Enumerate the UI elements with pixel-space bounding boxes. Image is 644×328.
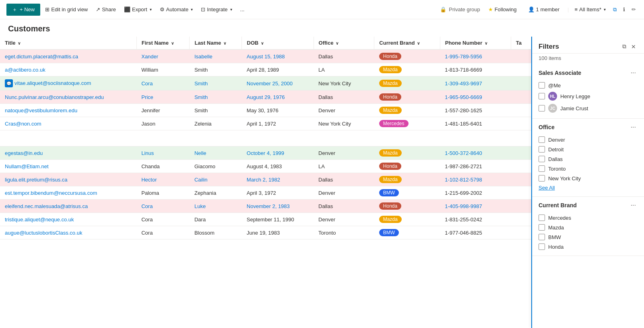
filter-checkbox[interactable] [539, 146, 545, 153]
dob-link[interactable]: November 2, 1983 [247, 203, 290, 209]
table-container[interactable]: Title ∨ First Name ∨ Last Name ∨ DOB ∨ O [0, 37, 531, 328]
table-row[interactable]: ligula.elit.pretium@risus.caHectorCailin… [0, 173, 531, 186]
table-row[interactable]: eleifend.nec.malesuada@atrisus.caCoraLuk… [0, 200, 531, 213]
firstname-link[interactable]: Cora [141, 203, 153, 209]
table-row[interactable]: a@aclibero.co.ukWilliamSmithApril 28, 19… [0, 63, 531, 76]
title-link[interactable]: Nunc.pulvinar.arcu@conubianostraper.edu [5, 94, 104, 100]
filter-checkbox[interactable] [539, 136, 545, 143]
filter-item[interactable]: Dallas [539, 154, 638, 164]
filter-item[interactable]: @Me [539, 80, 638, 90]
more-options-button[interactable]: ... [237, 5, 248, 14]
title-link[interactable]: vitae.aliquet@sociisnatoque.com [14, 80, 91, 86]
title-link[interactable]: natoque@vestibulumlorem.edu [5, 107, 77, 113]
filter-checkbox[interactable] [539, 105, 545, 111]
filter-checkbox[interactable] [539, 215, 545, 221]
edit-grid-button[interactable]: ⊞ Edit in grid view [42, 5, 91, 14]
firstname-link[interactable]: Cora [141, 80, 153, 87]
lastname-link[interactable]: Nelle [194, 150, 206, 156]
filter-panel-filter-icon[interactable]: ⧉ [621, 41, 628, 52]
dob-link[interactable]: March 2, 1982 [247, 177, 280, 183]
firstname-link[interactable]: Xander [141, 54, 158, 60]
filter-item[interactable]: Mercedes [539, 213, 638, 223]
dob-link[interactable]: August 15, 1988 [247, 54, 285, 60]
lastname-link[interactable]: Isabelle [194, 54, 213, 60]
lastname-link[interactable]: Smith [194, 80, 208, 87]
filter-checkbox[interactable] [539, 234, 545, 240]
col-header-brand[interactable]: Current Brand ∨ [374, 37, 440, 50]
filter-item[interactable]: Detroit [539, 144, 638, 154]
filter-checkbox[interactable] [539, 93, 545, 99]
filter-checkbox[interactable] [539, 224, 545, 231]
table-row[interactable]: eget.dictum.placerat@mattis.caXanderIsab… [0, 50, 531, 63]
table-row[interactable]: egestas@in.eduLinusNelleOctober 4, 1999D… [0, 146, 531, 160]
col-header-title[interactable]: Title ∨ [0, 37, 136, 50]
title-link[interactable]: eget.dictum.placerat@mattis.ca [5, 54, 78, 60]
phone-link[interactable]: 1-102-812-5798 [445, 177, 482, 183]
edit-button[interactable]: ✏ [630, 5, 638, 14]
col-header-dob[interactable]: DOB ∨ [242, 37, 314, 50]
title-link[interactable]: tristique.aliquet@neque.co.uk [5, 217, 74, 223]
phone-link[interactable]: 1-309-493-9697 [445, 80, 482, 87]
dob-link[interactable]: October 4, 1999 [247, 150, 284, 156]
filter-checkbox[interactable] [539, 243, 545, 250]
filter-item[interactable]: JCJamie Crust [539, 102, 638, 114]
table-row[interactable]: est.tempor.bibendum@neccursusa.comPaloma… [0, 186, 531, 200]
share-button[interactable]: ↗ Share [93, 5, 119, 14]
members-button[interactable]: 👤 1 member [525, 5, 563, 14]
table-row[interactable]: 💬vitae.aliquet@sociisnatoque.comCoraSmit… [0, 76, 531, 91]
firstname-link[interactable]: Linus [141, 150, 154, 156]
title-link[interactable]: a@aclibero.co.uk [5, 67, 45, 73]
phone-link[interactable]: 1-965-950-6669 [445, 94, 482, 100]
chat-icon[interactable]: 💬 [5, 79, 13, 87]
title-link[interactable]: est.tempor.bibendum@neccursusa.com [5, 190, 97, 196]
dob-link[interactable]: November 25, 2000 [247, 80, 293, 87]
new-button[interactable]: ＋ + New [6, 4, 40, 16]
filter-item[interactable]: New York City [539, 173, 638, 183]
filter-panel-close-icon[interactable]: ✕ [630, 41, 638, 52]
integrate-button[interactable]: ⊡ Integrate ▾ [198, 5, 235, 14]
col-header-phone[interactable]: Phone Number ∨ [440, 37, 511, 50]
filter-checkbox[interactable] [539, 165, 545, 172]
filter-checkbox[interactable] [539, 156, 545, 162]
col-header-office[interactable]: Office ∨ [314, 37, 374, 50]
phone-link[interactable]: 1-995-789-5956 [445, 54, 482, 60]
firstname-link[interactable]: Hector [141, 177, 157, 183]
title-link[interactable]: Cras@non.com [5, 121, 41, 127]
phone-link[interactable]: 1-500-372-8640 [445, 150, 482, 156]
filter-item[interactable]: HLHenry Legge [539, 90, 638, 102]
table-row[interactable]: natoque@vestibulumlorem.eduJenniferSmith… [0, 104, 531, 117]
filter-checkbox[interactable] [539, 82, 545, 89]
dob-link[interactable]: August 29, 1976 [247, 94, 285, 100]
firstname-link[interactable]: Price [141, 94, 153, 100]
filter-section-more-office[interactable]: ··· [629, 123, 638, 132]
title-link[interactable]: Nullam@Etiam.net [5, 163, 49, 169]
filter-item[interactable]: Denver [539, 135, 638, 144]
title-link[interactable]: ligula.elit.pretium@risus.ca [5, 177, 68, 183]
all-items-button[interactable]: ≡ All Items* ▾ [572, 5, 609, 14]
table-row[interactable]: Nullam@Etiam.netChandaGiacomoAugust 4, 1… [0, 160, 531, 173]
title-link[interactable]: augue@luctuslobortisClass.co.uk [5, 230, 82, 236]
table-row[interactable]: Nunc.pulvinar.arcu@conubianostraper.eduP… [0, 91, 531, 104]
table-row[interactable]: augue@luctuslobortisClass.co.ukCoraBloss… [0, 226, 531, 239]
automate-button[interactable]: ⚙ Automate ▾ [157, 5, 196, 14]
info-button[interactable]: ℹ [621, 5, 627, 14]
phone-link[interactable]: 1-405-998-9987 [445, 203, 482, 209]
following-button[interactable]: ★ Following [485, 5, 520, 14]
col-header-firstname[interactable]: First Name ∨ [136, 37, 190, 50]
lastname-link[interactable]: Cailin [194, 177, 208, 183]
export-button[interactable]: ⬛ Export ▾ [121, 5, 155, 14]
col-header-lastname[interactable]: Last Name ∨ [190, 37, 242, 50]
filter-item[interactable]: Toronto [539, 164, 638, 173]
filter-checkbox[interactable] [539, 175, 545, 182]
table-row[interactable]: tristique.aliquet@neque.co.ukCoraDaraSep… [0, 213, 531, 226]
title-link[interactable]: eleifend.nec.malesuada@atrisus.ca [5, 203, 88, 209]
filter-item[interactable]: BMW [539, 232, 638, 242]
title-link[interactable]: egestas@in.edu [5, 150, 43, 156]
filter-icon-button[interactable]: ⧉ [611, 5, 618, 14]
filter-item[interactable]: Honda [539, 242, 638, 252]
filter-section-more-sales_associate[interactable]: ··· [629, 68, 638, 77]
lastname-link[interactable]: Luke [194, 203, 206, 209]
table-row[interactable]: Cras@non.comJasonZeleniaApril 1, 1972New… [0, 117, 531, 130]
lastname-link[interactable]: Smith [194, 94, 208, 100]
see-all-link[interactable]: See All [539, 183, 555, 192]
